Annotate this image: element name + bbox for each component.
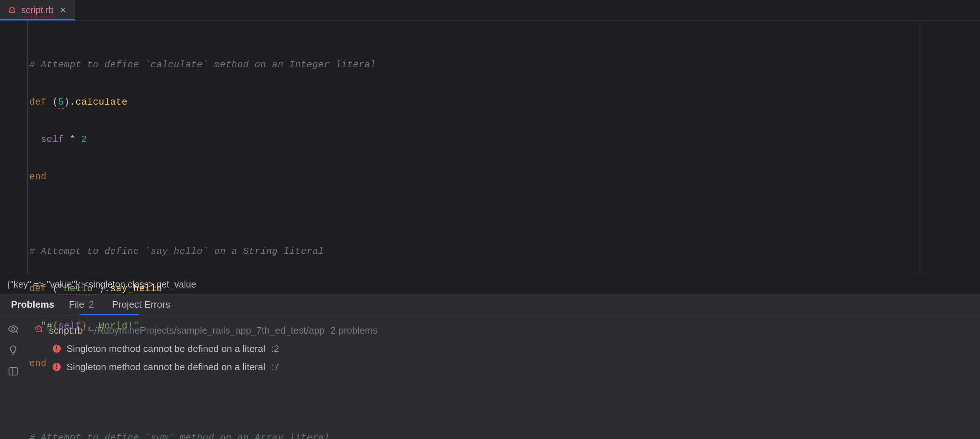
code-method: say_hello <box>110 284 162 294</box>
code-keyword: def <box>29 97 46 107</box>
tab-project-errors[interactable]: Project Errors <box>112 299 170 310</box>
tab-file-label: File <box>69 299 84 310</box>
editor-gutter <box>0 21 28 275</box>
close-icon[interactable]: ✕ <box>59 6 67 14</box>
code-comment: # Attempt to define `say_hello` on a Str… <box>29 246 324 257</box>
ruby-file-icon <box>8 6 16 14</box>
code-string: "Hello" <box>58 284 99 294</box>
code-string: "#{ <box>41 321 58 332</box>
code-keyword-self: self <box>41 134 64 145</box>
code-paren: ) <box>99 284 105 294</box>
tab-project-errors-label: Project Errors <box>112 299 170 310</box>
code-keyword: end <box>29 358 46 369</box>
tab-file[interactable]: File2 <box>69 299 98 310</box>
editor-tab-script-rb[interactable]: script.rb ✕ <box>0 0 75 20</box>
code-paren: ( <box>52 284 58 294</box>
code-number: 2 <box>81 134 87 145</box>
code-paren: ( <box>52 97 58 107</box>
layout-icon[interactable] <box>8 366 19 377</box>
editor-content[interactable]: # Attempt to define `calculate` method o… <box>28 21 980 275</box>
code-comment: # Attempt to define `calculate` method o… <box>29 60 376 70</box>
editor-tabbar: script.rb ✕ <box>0 0 980 21</box>
code-interp: } <box>81 321 87 332</box>
code-editor[interactable]: # Attempt to define `calculate` method o… <box>0 21 980 275</box>
eye-icon[interactable] <box>8 323 19 334</box>
code-number: 5 <box>58 97 64 107</box>
lightbulb-icon[interactable] <box>8 345 19 356</box>
tab-problems[interactable]: Problems <box>11 299 54 310</box>
code-keyword: def <box>29 284 46 294</box>
code-string: , World!" <box>87 321 139 332</box>
code-paren: ) <box>64 97 70 107</box>
code-keyword-self: self <box>58 321 81 332</box>
code-keyword: end <box>29 172 46 182</box>
code-method: calculate <box>75 97 127 107</box>
code-comment: # Attempt to define `sum` method on an A… <box>29 433 330 439</box>
svg-point-0 <box>12 327 14 330</box>
code-dot: . <box>70 97 76 107</box>
svg-rect-1 <box>9 368 18 375</box>
problems-panel-tabs: Problems File2 Project Errors <box>0 294 980 315</box>
tab-problems-label: Problems <box>11 299 54 310</box>
editor-tab-filename: script.rb <box>21 5 54 15</box>
tab-file-count: 2 <box>89 299 97 310</box>
code-operator: * <box>64 134 81 145</box>
code-dot: . <box>104 284 110 294</box>
problems-panel-sidebar <box>0 315 26 439</box>
